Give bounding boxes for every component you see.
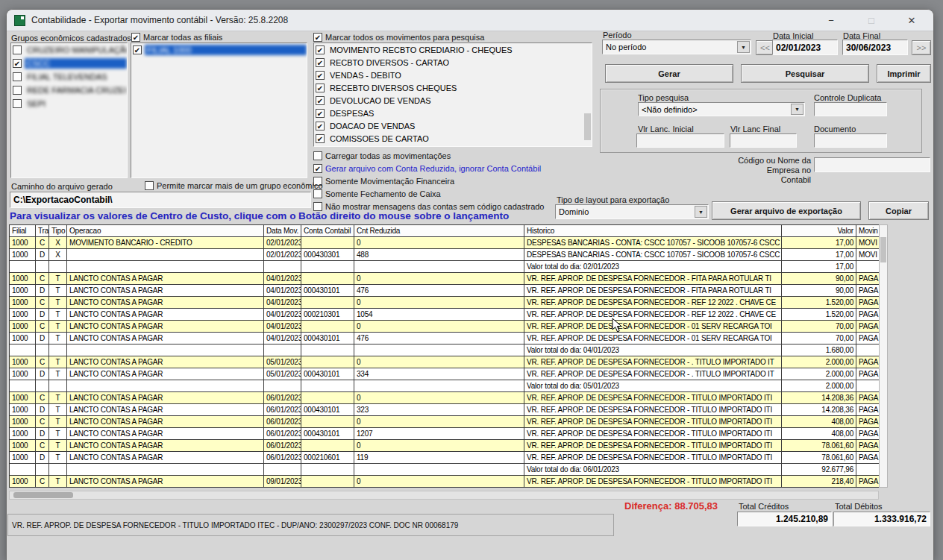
group-item-checkbox[interactable]: ✔ [13,59,22,68]
option-row[interactable]: Somente Movimentação Financeira [313,174,612,187]
movimento-item[interactable]: ✔DESPESAS [314,107,592,119]
table-row[interactable]: 1000CTLANCTO CONTAS A PAGAR09/01/20230VR… [10,476,880,488]
movimento-item[interactable]: ✔MOVIMENTO RECBTO CREDIARIO - CHEQUES [314,43,592,56]
table-row[interactable]: 1000CTLANCTO CONTAS A PAGAR05/01/20230VR… [10,356,880,368]
minimize-icon[interactable]: − [820,12,842,28]
movimento-item-checkbox[interactable]: ✔ [316,45,325,54]
movimento-item-checkbox[interactable]: ✔ [316,134,325,143]
gerar-arquivo-button[interactable]: Gerar arquivo de exportação [712,201,861,220]
group-item-checkbox[interactable] [13,45,22,54]
movimento-item-checkbox[interactable]: ✔ [316,96,325,105]
imprimir-button[interactable]: Imprimir [877,64,931,83]
controle-duplicata-field[interactable] [814,102,887,116]
group-item[interactable]: SEPI [11,97,127,110]
table-vscrollbar-thumb[interactable] [880,237,886,262]
filial-item-checkbox[interactable]: ✔ [133,45,142,54]
table-row[interactable]: 1000CTLANCTO CONTAS A PAGAR04/01/20230VR… [10,273,880,285]
movimentos-scrollbar[interactable] [584,113,591,140]
table-row[interactable]: Valor total do dia: 05/01/20232.000,00 [10,380,880,392]
table-cell: 000430101 [301,368,354,380]
table-row[interactable]: 1000DTLANCTO CONTAS A PAGAR05/01/2023000… [10,368,880,380]
path-field[interactable]: C:\ExportacaoContabil\ [10,192,311,208]
check-all-filiais-checkbox[interactable]: ✔ [131,33,140,42]
table-row[interactable]: 1000DX02/01/2023000430301488DESPESAS BAN… [10,249,880,261]
table-cell [264,464,301,476]
table-row[interactable]: Valor total do dia: 02/01/202317,00 [10,261,880,273]
vlr-inicial-field[interactable] [636,133,724,148]
option-checkbox[interactable] [313,189,322,198]
option-checkbox[interactable] [313,202,322,211]
movimento-item[interactable]: ✔DEVOLUCAO DE VENDAS [314,94,592,107]
movimento-item[interactable]: ✔DOACAO DE VENDAS [314,119,592,132]
option-checkbox[interactable]: ✔ [313,164,322,173]
table-row[interactable]: Valor total do dia: 04/01/20231.680,00 [10,345,880,356]
movimento-item[interactable]: ✔RECEBTO DIVERSOS CHEQUES [314,81,592,94]
table-hscrollbar[interactable] [9,491,879,500]
option-row[interactable]: Carregar todas as movimentações [313,149,612,162]
movimento-item-checkbox[interactable]: ✔ [316,58,325,67]
data-inicial-field[interactable]: 02/01/2023 [772,40,838,55]
titlebar[interactable]: Contabilidade - Exportar movimento contá… [7,10,933,31]
filial-item[interactable]: ✔FILIAL 1000 [131,43,307,57]
table-row[interactable]: 1000DTLANCTO CONTAS A PAGAR06/01/2023000… [10,404,880,416]
option-row[interactable]: ✔Gerar arquivo com Conta Reduzida, ignor… [313,162,612,174]
next-period-button[interactable]: >> [912,40,931,55]
option-label: Gerar arquivo com Conta Reduzida, ignora… [325,164,541,173]
multi-group-checkbox[interactable] [145,181,154,190]
movimentos-listbox[interactable]: ✔MOVIMENTO RECBTO CREDIARIO - CHEQUES✔RE… [313,43,592,147]
movimento-item-checkbox[interactable]: ✔ [316,71,325,80]
chevron-down-icon[interactable]: ▼ [737,41,750,53]
copiar-button[interactable]: Copiar [868,201,929,220]
table-row[interactable]: 1000DTLANCTO CONTAS A PAGAR06/01/2023000… [10,452,880,464]
table-row[interactable]: 1000CTLANCTO CONTAS A PAGAR06/01/20230VR… [10,392,880,404]
empresa-field[interactable] [814,157,930,172]
movimento-item-checkbox[interactable]: ✔ [316,109,325,118]
group-item[interactable]: CRUZEIRO MANIPULAÇÃO [11,43,127,57]
period-combo[interactable]: No período ▼ [602,40,751,54]
table-cell: Valor total do dia: 04/01/2023 [524,345,782,356]
group-item[interactable]: FILIAL TELEVENDAS [11,70,127,84]
multi-group-option[interactable]: Permite marcar mais de um grupo econômic… [145,181,323,190]
group-item-checkbox[interactable] [13,86,22,95]
table-row[interactable]: 1000CXMOVIMENTO BANCARIO - CREDITO02/01/… [10,237,880,249]
data-final-field[interactable]: 30/06/2023 [842,40,908,55]
chevron-down-icon[interactable]: ▼ [791,104,803,115]
movimento-item[interactable]: ✔RECBTO DIVERSOS - CARTAO [314,56,592,69]
documento-field[interactable] [814,133,887,148]
table-row[interactable]: 1000CTLANCTO CONTAS A PAGAR06/01/20230VR… [10,440,880,452]
table-row[interactable]: Valor total do dia: 06/01/202392.677,96 [10,464,880,476]
close-icon[interactable]: ✕ [900,12,923,28]
check-all-movs-checkbox[interactable]: ✔ [313,33,322,42]
movimento-item-checkbox[interactable]: ✔ [316,122,325,130]
option-checkbox[interactable] [313,151,322,160]
pesquisar-button[interactable]: Pesquisar [741,64,869,83]
tipo-pesquisa-combo[interactable]: <Não definido> ▼ [638,102,805,116]
group-item-checkbox[interactable] [13,72,22,81]
maximize-icon[interactable]: □ [860,12,883,28]
table-row[interactable]: 1000DTLANCTO CONTAS A PAGAR04/01/2023000… [10,309,880,321]
movimento-item[interactable]: ✔COMISSOES DE CARTAO [314,132,592,145]
group-item[interactable]: ✔CSCC [11,57,127,70]
group-item[interactable]: REDE FARMACIA CRUZEIRO [11,84,127,97]
table-row[interactable]: 1000CTLANCTO CONTAS A PAGAR04/01/20230VR… [10,321,880,333]
groups-listbox[interactable]: CRUZEIRO MANIPULAÇÃO✔CSCCFILIAL TELEVEND… [10,43,128,178]
chevron-down-icon[interactable]: ▼ [695,206,707,218]
table-row[interactable]: 1000DTLANCTO CONTAS A PAGAR04/01/2023000… [10,285,880,297]
filiais-listbox[interactable]: ✔FILIAL 1000 [131,43,307,178]
layout-combo[interactable]: Dominio ▼ [555,204,709,219]
movimento-item[interactable]: ✔VENDAS - DEBITO [314,69,592,81]
gerar-button[interactable]: Gerar [605,64,733,83]
table-row[interactable]: 1000DTLANCTO CONTAS A PAGAR04/01/2023000… [10,333,880,345]
check-all-movs[interactable]: ✔ Marcar todos os movimentos para pesqui… [313,33,484,42]
table-hscrollbar-thumb[interactable] [13,492,73,498]
group-item-checkbox[interactable] [13,99,22,108]
table-row[interactable]: 1000DTLANCTO CONTAS A PAGAR06/01/2023000… [10,428,880,440]
check-all-filiais[interactable]: ✔ Marcar todas as filiais [131,33,222,42]
table-row[interactable]: 1000CTLANCTO CONTAS A PAGAR04/01/20230VR… [10,297,880,309]
vlr-final-field[interactable] [730,133,797,148]
movimento-item-checkbox[interactable]: ✔ [316,84,325,92]
table-cell: 14.208,36 [782,404,856,416]
table-cell: 1000 [10,356,36,368]
table-vscrollbar[interactable] [879,224,888,488]
table-row[interactable]: 1000CTLANCTO CONTAS A PAGAR06/01/20230VR… [10,416,880,428]
